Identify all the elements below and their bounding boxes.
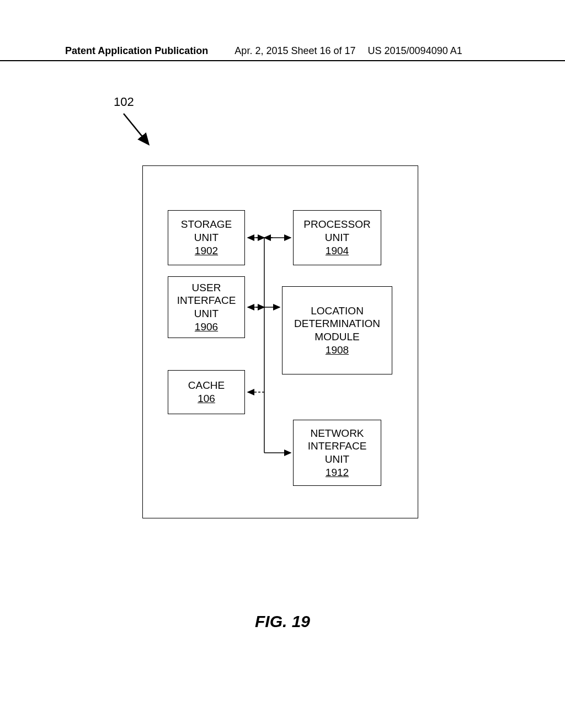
figure-page: 102	[0, 61, 565, 711]
processor-unit-block: PROCESSOR UNIT 1904	[293, 210, 381, 265]
reference-number-102: 102	[114, 95, 134, 109]
storage-unit-block: STORAGE UNIT 1902	[168, 210, 245, 265]
block-label: INTERFACE	[177, 294, 236, 307]
header-pubnum: US 2015/0094090 A1	[356, 45, 462, 57]
block-label: MODULE	[315, 330, 359, 344]
block-label: DETERMINATION	[294, 317, 380, 330]
location-determination-module-block: LOCATION DETERMINATION MODULE 1908	[282, 286, 392, 374]
block-label: NETWORK	[310, 427, 364, 440]
block-label: STORAGE	[181, 218, 232, 231]
block-label: UNIT	[194, 307, 218, 320]
device-outer-box: STORAGE UNIT 1902 PROCESSOR UNIT 1904 US…	[142, 165, 418, 518]
block-ref: 106	[198, 392, 215, 405]
page-header: Patent Application Publication Apr. 2, 2…	[0, 45, 565, 61]
header-publication: Patent Application Publication	[0, 45, 208, 57]
block-label: UNIT	[325, 453, 349, 466]
block-label: INTERFACE	[308, 440, 367, 453]
block-ref: 1908	[326, 344, 349, 357]
header-sheet: Apr. 2, 2015 Sheet 16 of 17	[208, 45, 355, 57]
block-label: PROCESSOR	[303, 218, 370, 231]
svg-line-1	[124, 114, 148, 143]
block-ref: 1912	[326, 466, 349, 479]
figure-caption: FIG. 19	[0, 612, 565, 631]
block-label: CACHE	[188, 379, 225, 392]
block-label: USER	[192, 281, 221, 295]
user-interface-unit-block: USER INTERFACE UNIT 1906	[168, 276, 245, 338]
block-label: UNIT	[325, 231, 349, 244]
cache-block: CACHE 106	[168, 370, 245, 414]
block-label: LOCATION	[311, 304, 364, 318]
block-ref: 1906	[195, 320, 218, 334]
network-interface-unit-block: NETWORK INTERFACE UNIT 1912	[293, 420, 381, 486]
block-label: UNIT	[194, 231, 218, 244]
block-ref: 1904	[326, 244, 349, 258]
block-ref: 1902	[195, 244, 218, 258]
lead-line-arrow	[120, 110, 159, 154]
